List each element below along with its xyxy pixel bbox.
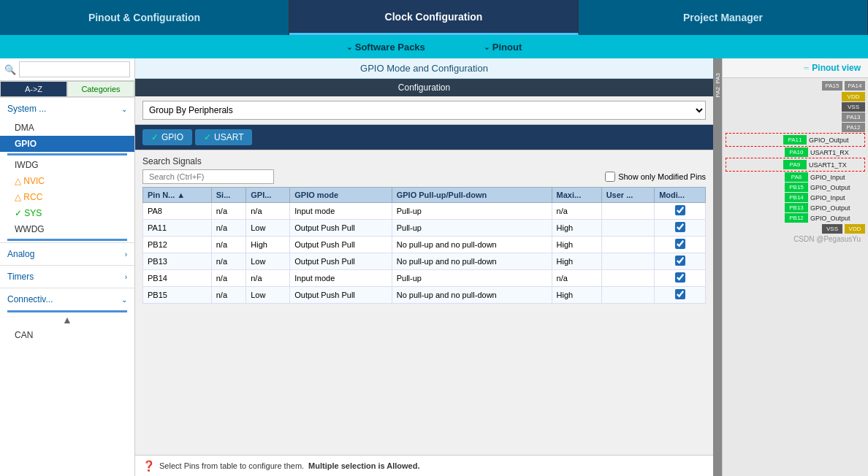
sidebar-item-rcc[interactable]: △ RCC [0,189,134,205]
nav-clock-config[interactable]: Clock Configuration [289,0,579,35]
col-signal[interactable]: Si... [211,188,246,203]
pin-chip-pa11: PA11 [783,135,807,145]
check-icon: ✓ [151,132,159,142]
cell-modified [655,287,706,304]
col-modified[interactable]: Modi... [655,188,706,203]
col-gpio[interactable]: GPI... [246,188,290,203]
sidebar-item-nvic[interactable]: △ NVIC [0,173,134,189]
sidebar-item-can[interactable]: CAN [0,327,134,343]
content-area: GPIO Mode and Configuration Configuratio… [135,58,713,476]
modified-checkbox[interactable] [675,256,685,266]
sort-az-tab[interactable]: A->Z [0,81,67,97]
modified-checkbox[interactable] [675,239,685,249]
col-gpio-mode[interactable]: GPIO mode [290,188,392,203]
bottom-pin-row: VSS VDD [726,224,865,234]
nav-project-manager[interactable]: Project Manager [579,0,868,35]
cell-gpio: n/a [246,270,290,287]
pin-function-label: GPIO_Input [810,174,865,181]
pin-viz-row: VDD [726,92,865,101]
pin-function-label: GPIO_Output [810,184,865,191]
cell-pullup: Pull-up [392,203,552,220]
modified-checkbox[interactable] [675,222,685,232]
pin-viz-row: PB12GPIO_Output [726,213,865,223]
col-pullup[interactable]: GPIO Pull-up/Pull-down [392,188,552,203]
group-by-select[interactable]: Group By Peripherals [142,101,706,120]
top-pin-row: PA15 PA14 [726,81,865,91]
sidebar-item-sys[interactable]: ✓ SYS [0,205,134,221]
cell-user [601,220,655,237]
sidebar-item-gpio[interactable]: GPIO [0,136,134,152]
sidebar-item-iwdg[interactable]: IWDG [0,157,134,173]
cell-pullup: No pull-up and no pull-down [392,253,552,270]
pin-function-label: USART1_RX [810,149,865,156]
modified-pins-check: Show only Modified Pins [605,172,706,182]
scroll-up-icon[interactable]: ▲ [62,314,72,326]
sidebar-search-input[interactable] [19,61,130,77]
col-pin-number[interactable]: Pin N... ▲ [143,188,212,203]
tab-gpio[interactable]: ✓ GPIO [142,129,192,145]
cell-max: High [552,220,601,237]
subnav-pinout[interactable]: ⌄ Pinout [484,42,522,53]
top-navigation: Pinout & Configuration Clock Configurati… [0,0,868,35]
col-user[interactable]: User ... [601,188,655,203]
sort-categories-tab[interactable]: Categories [67,81,134,97]
sidebar-group-analog[interactable]: Analog › [0,242,134,265]
cell-max: n/a [552,203,601,220]
sidebar-group-connectivity[interactable]: Connectiv... ⌄ [0,288,134,310]
modified-checkbox[interactable] [675,289,685,299]
cell-signal: n/a [211,270,246,287]
gpio-tabs: ✓ GPIO ✓ USART [135,125,713,150]
pin-table-area: Pin N... ▲ Si... GPI... GPIO mode GPIO P… [135,187,713,455]
subnav-software-packs[interactable]: ⌄ Software Packs [346,42,425,53]
table-row[interactable]: PB12 n/a High Output Push Pull No pull-u… [143,237,706,253]
expand-icon: ⌄ [121,105,127,113]
sidebar-group-system[interactable]: System ... ⌄ [0,97,134,120]
table-row[interactable]: PA11 n/a Low Output Push Pull Pull-up Hi… [143,220,706,237]
sub-navigation: ⌄ Software Packs ⌄ Pinout [0,35,868,58]
modified-checkbox[interactable] [675,272,685,283]
pin-function-label: GPIO_Output [809,137,864,144]
pin-viz-row: PA11GPIO_Output [727,135,864,145]
tab-usart[interactable]: ✓ USART [195,129,252,145]
cell-gpio: Low [246,220,290,237]
nav-pinout-config[interactable]: Pinout & Configuration [0,0,289,35]
table-row[interactable]: PA8 n/a n/a Input mode Pull-up n/a [143,203,706,220]
search-signals-row: Show only Modified Pins [142,169,706,184]
pin-viz-row: PA8GPIO_Input [726,172,865,182]
sidebar-item-wwdg[interactable]: WWDG [0,221,134,237]
pin-chip-pa8: PA8 [785,172,808,182]
pin-vdd-bottom: VDD [845,224,865,234]
cell-mode: Input mode [290,203,392,220]
check-icon: ✓ [204,132,211,142]
pin-chip-vss: VSS [842,102,865,112]
modified-pins-checkbox[interactable] [605,172,615,182]
pin-viz-row: PA12 [726,123,865,132]
cell-mode: Output Push Pull [290,220,392,237]
cell-gpio: n/a [246,203,290,220]
table-row[interactable]: PB15 n/a Low Output Push Pull No pull-up… [143,287,706,304]
pin-function-label: GPIO_Output [810,215,865,222]
modified-checkbox[interactable] [675,205,685,215]
cell-modified [655,270,706,287]
cell-signal: n/a [211,203,246,220]
cell-gpio: Low [246,253,290,270]
cell-pin: PB14 [143,270,212,287]
pin-function-label: USART1_TX [809,161,864,169]
col-max[interactable]: Maxi... [552,188,601,203]
pin-viz-row: PB13GPIO_Output [726,203,865,212]
pin-table: Pin N... ▲ Si... GPI... GPIO mode GPIO P… [142,187,706,304]
sidebar-group-timers[interactable]: Timers › [0,265,134,288]
cell-gpio: Low [246,287,290,304]
search-signals-input[interactable] [142,169,274,184]
table-row[interactable]: PB13 n/a Low Output Push Pull No pull-up… [143,253,706,270]
watermark: CSDN @PegasusYu [726,234,865,245]
cell-max: n/a [552,270,601,287]
sidebar-item-dma[interactable]: DMA [0,120,134,136]
pin-chip-pb12: PB12 [785,213,808,223]
pin-function-label: GPIO_Input [810,194,865,201]
cell-pin: PA11 [143,220,212,237]
pa8-pb12-dashed-group: PA9USART1_TX [726,158,865,172]
sort-tabs: A->Z Categories [0,81,134,97]
gpio-indicator-bar [7,153,127,156]
table-row[interactable]: PB14 n/a n/a Input mode Pull-up n/a [143,270,706,287]
